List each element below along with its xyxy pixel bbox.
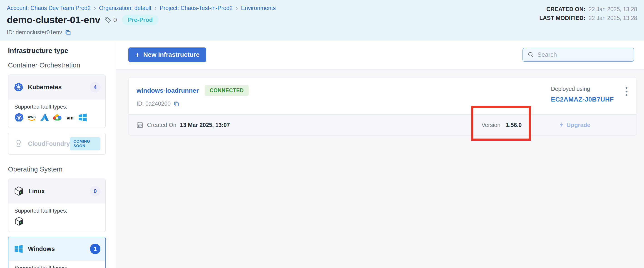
version-value: 1.56.0 — [506, 122, 522, 128]
search-input[interactable] — [538, 51, 629, 58]
kubernetes-fault-section: Supported fault types: — [8, 100, 106, 128]
created-on-label: CREATED ON: — [546, 6, 586, 12]
header-meta: CREATED ON: 22 Jan 2025, 13:28 LAST MODI… — [539, 6, 637, 21]
breadcrumb-environments-link[interactable]: Environments — [241, 5, 276, 11]
environment-id-row: ID: democluster01env — [7, 29, 637, 36]
version-label: Version — [482, 122, 500, 128]
fault-types-label: Supported fault types: — [14, 208, 100, 214]
plus-icon: + — [135, 51, 140, 58]
kubernetes-icon — [14, 113, 24, 122]
calendar-icon — [136, 122, 143, 128]
vmware-icon: vm — [65, 113, 75, 122]
infrastructure-card-footer: Created On 13 Mar 2025, 13:07 Version 1.… — [128, 114, 636, 135]
main-area: + New Infrastructure — [116, 40, 644, 268]
version-group: Version 1.56.0 — [482, 122, 522, 128]
breadcrumb-organization-link[interactable]: Organization: default — [99, 5, 152, 11]
environment-id: ID: democluster01env — [7, 29, 62, 36]
environment-details-page: Account: Chaos Dev Team Prod2 › Organiza… — [0, 0, 644, 268]
section-operating-system: Operating System — [8, 165, 116, 173]
windows-card-label: Windows — [28, 246, 55, 252]
last-modified-row: LAST MODIFIED: 22 Jan 2025, 13:28 — [539, 15, 637, 21]
sidebar-heading: Infrastructure type — [8, 47, 116, 54]
breadcrumb-separator: › — [155, 4, 157, 12]
created-on-group: Created On 13 Mar 2025, 13:07 — [136, 122, 482, 128]
infrastructure-id: ID: 0a240200 — [136, 100, 170, 107]
page-header: Account: Chaos Dev Team Prod2 › Organiza… — [0, 0, 644, 40]
breadcrumb-project-link[interactable]: Project: Chaos-Test-in-Prod2 — [160, 5, 232, 11]
linux-card-label: Linux — [28, 188, 45, 195]
new-infrastructure-label: New Infrastructure — [143, 51, 200, 58]
infrastructure-card: windows-loadrunner CONNECTED ID: 0a24020… — [128, 77, 637, 135]
toolbar: + New Infrastructure — [116, 40, 644, 70]
kebab-menu-icon[interactable] — [623, 86, 630, 98]
sidebar-card-linux[interactable]: $ Linux 0 Supported fault types: — [8, 178, 106, 232]
infrastructure-card-top: windows-loadrunner CONNECTED ID: 0a24020… — [128, 78, 636, 114]
svg-text:aws: aws — [28, 114, 36, 119]
copy-icon[interactable] — [173, 101, 179, 107]
linux-card-head[interactable]: $ Linux 0 — [8, 179, 106, 204]
environment-type-badge: Pre-Prod — [122, 14, 159, 25]
created-on-label: Created On — [147, 122, 176, 128]
page-title: demo-cluster-01-env — [7, 14, 100, 26]
breadcrumb-account-link[interactable]: Account: Chaos Dev Team Prod2 — [7, 5, 91, 11]
windows-card-head[interactable]: Windows 1 — [8, 237, 106, 261]
deployed-using-block: Deployed using EC2AMAZ-J0B7UHF — [551, 86, 614, 108]
gcp-icon — [52, 113, 62, 122]
search-icon — [528, 51, 534, 58]
azure-icon — [40, 113, 49, 122]
sidebar-card-kubernetes[interactable]: Kubernetes 4 Supported fault types: — [8, 74, 106, 128]
page-body: Infrastructure type Container Orchestrat… — [0, 40, 644, 268]
upgrade-label: Upgrade — [566, 122, 590, 128]
svg-text:$: $ — [20, 221, 21, 224]
last-modified-value: 22 Jan 2025, 13:28 — [588, 15, 637, 21]
kubernetes-count-badge: 4 — [90, 82, 100, 92]
last-modified-label: LAST MODIFIED: — [539, 15, 586, 21]
upgrade-button[interactable]: Upgrade — [558, 122, 590, 128]
linux-fault-icons: $ — [14, 217, 100, 226]
sidebar-card-cloudfoundry[interactable]: CloudFoundry COMING SOON — [8, 133, 106, 155]
search-box[interactable] — [522, 48, 634, 62]
infrastructure-type-sidebar: Infrastructure type Container Orchestrat… — [0, 40, 116, 268]
kubernetes-icon — [14, 82, 24, 92]
kubernetes-fault-icons: aws — [14, 113, 100, 122]
fault-types-label: Supported fault types: — [14, 104, 100, 110]
created-on-row: CREATED ON: 22 Jan 2025, 13:28 — [539, 6, 637, 12]
svg-text:vm: vm — [66, 115, 73, 120]
linux-fault-section: Supported fault types: $ — [8, 204, 106, 232]
linux-icon: $ — [14, 217, 24, 226]
deployed-using-link[interactable]: EC2AMAZ-J0B7UHF — [551, 96, 614, 103]
kubernetes-card-label: Kubernetes — [28, 84, 62, 91]
windows-count-badge: 1 — [90, 244, 100, 254]
created-on-value: 22 Jan 2025, 13:28 — [588, 6, 637, 12]
section-container-orchestration: Container Orchestration — [8, 61, 116, 69]
cloudfoundry-icon — [14, 139, 24, 148]
tag-icon — [104, 16, 112, 24]
infrastructure-card-left: windows-loadrunner CONNECTED ID: 0a24020… — [136, 85, 551, 108]
new-infrastructure-button[interactable]: + New Infrastructure — [128, 48, 206, 62]
infrastructure-name-link[interactable]: windows-loadrunner — [136, 87, 199, 94]
connected-status-badge: CONNECTED — [205, 85, 249, 96]
tags-indicator: 0 — [104, 16, 117, 24]
windows-icon — [14, 244, 24, 254]
svg-text:$: $ — [20, 191, 21, 194]
created-on-value: 13 Mar 2025, 13:07 — [180, 122, 230, 128]
coming-soon-badge: COMING SOON — [70, 137, 100, 150]
lightning-bolt-icon — [558, 122, 564, 128]
windows-fault-section: Supported fault types: — [8, 261, 106, 268]
copy-icon[interactable] — [65, 29, 71, 36]
cloudfoundry-card-label: CloudFoundry — [28, 140, 70, 148]
kubernetes-card-head[interactable]: Kubernetes 4 — [8, 75, 106, 100]
breadcrumb-separator: › — [94, 4, 96, 12]
fault-types-label: Supported fault types: — [14, 265, 100, 268]
deployed-using-label: Deployed using — [551, 86, 614, 92]
linux-icon: $ — [14, 186, 24, 196]
tag-count: 0 — [113, 16, 117, 24]
linux-count-badge: 0 — [90, 186, 100, 196]
infrastructure-list: windows-loadrunner CONNECTED ID: 0a24020… — [116, 70, 644, 135]
cloudfoundry-card-head[interactable]: CloudFoundry COMING SOON — [8, 133, 106, 154]
aws-icon: aws — [27, 113, 36, 122]
windows-icon — [78, 113, 88, 122]
breadcrumb-separator: › — [236, 4, 238, 12]
sidebar-card-windows[interactable]: Windows 1 Supported fault types: — [8, 237, 106, 268]
